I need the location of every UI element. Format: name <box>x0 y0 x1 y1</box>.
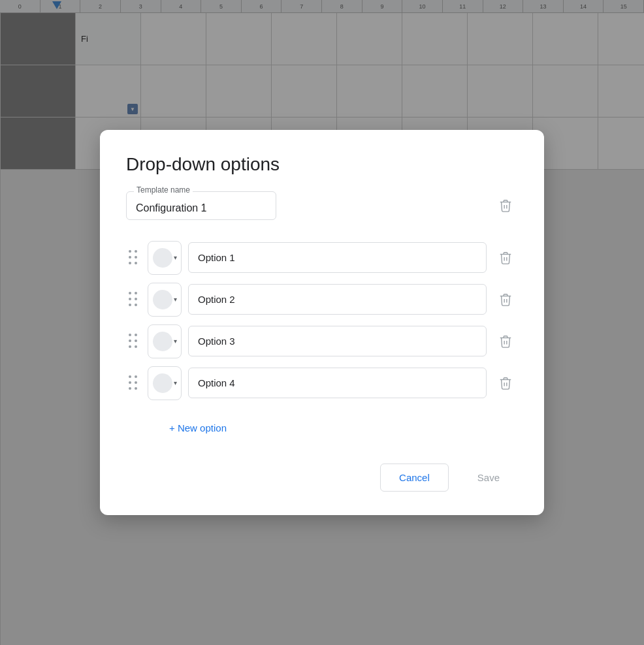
new-option-label: + New option <box>169 422 227 433</box>
template-name-label: Template name <box>134 185 193 195</box>
dot <box>135 298 137 300</box>
dot <box>129 298 131 300</box>
color-circle-2 <box>153 290 172 309</box>
dot <box>135 375 137 378</box>
dot <box>129 345 131 348</box>
color-circle-4 <box>153 373 172 393</box>
trash-icon <box>498 198 513 213</box>
dialog-footer: Cancel Save <box>126 458 518 492</box>
option-input-2[interactable] <box>188 284 487 315</box>
trash-icon-1 <box>498 251 513 265</box>
color-picker-4[interactable]: ▾ <box>148 366 182 400</box>
trash-icon-3 <box>498 334 513 349</box>
dot <box>129 250 131 253</box>
chevron-down-icon-2: ▾ <box>174 296 177 303</box>
dot <box>135 262 137 264</box>
dropdown-options-dialog: Drop-down options Template name <box>100 130 544 515</box>
color-picker-2[interactable]: ▾ <box>148 283 182 317</box>
chevron-down-icon: ▾ <box>174 254 177 261</box>
color-picker-3[interactable]: ▾ <box>148 324 182 358</box>
dot <box>135 339 137 342</box>
chevron-down-icon-3: ▾ <box>174 338 177 345</box>
chevron-down-icon-4: ▾ <box>174 379 177 386</box>
option-input-4[interactable] <box>188 368 487 398</box>
dot <box>135 250 137 253</box>
dot <box>135 387 137 390</box>
delete-option-1-button[interactable] <box>493 245 518 270</box>
option-row-4: ▾ <box>126 364 518 403</box>
dot <box>129 334 131 336</box>
dialog-title: Drop-down options <box>126 153 518 176</box>
trash-icon-2 <box>498 292 513 307</box>
dot <box>129 387 131 390</box>
drag-handle-4[interactable] <box>126 373 141 394</box>
color-circle-1 <box>153 248 172 268</box>
cancel-button[interactable]: Cancel <box>380 464 449 492</box>
trash-icon-4 <box>498 376 513 390</box>
option-row-1: ▾ <box>126 238 518 277</box>
delete-option-2-button[interactable] <box>493 287 518 312</box>
drag-handle-3[interactable] <box>126 331 141 352</box>
option-row-2: ▾ <box>126 280 518 319</box>
drag-handle-2[interactable] <box>126 289 141 310</box>
dot <box>129 381 131 384</box>
dot <box>129 339 131 342</box>
dot <box>129 256 131 259</box>
dot <box>135 334 137 336</box>
dot <box>129 292 131 294</box>
new-option-button[interactable]: + New option <box>161 416 234 440</box>
options-list: ▾ <box>126 238 518 403</box>
drag-handle-1[interactable] <box>126 247 141 268</box>
color-picker-1[interactable]: ▾ <box>148 241 182 275</box>
option-input-1[interactable] <box>188 242 487 273</box>
color-circle-3 <box>153 332 172 351</box>
dot <box>129 304 131 306</box>
option-row-3: ▾ <box>126 322 518 361</box>
save-button[interactable]: Save <box>459 464 518 492</box>
dot <box>129 262 131 264</box>
dot <box>135 345 137 348</box>
dot <box>135 256 137 259</box>
template-delete-button[interactable] <box>493 193 518 218</box>
delete-option-4-button[interactable] <box>493 371 518 396</box>
template-name-input[interactable] <box>126 191 276 220</box>
option-input-3[interactable] <box>188 326 487 356</box>
template-name-section: Template name <box>126 191 518 220</box>
dot <box>135 304 137 306</box>
delete-option-3-button[interactable] <box>493 329 518 354</box>
dot <box>135 381 137 384</box>
modal-overlay: Drop-down options Template name <box>0 0 644 645</box>
dot <box>129 375 131 378</box>
dot <box>135 292 137 294</box>
